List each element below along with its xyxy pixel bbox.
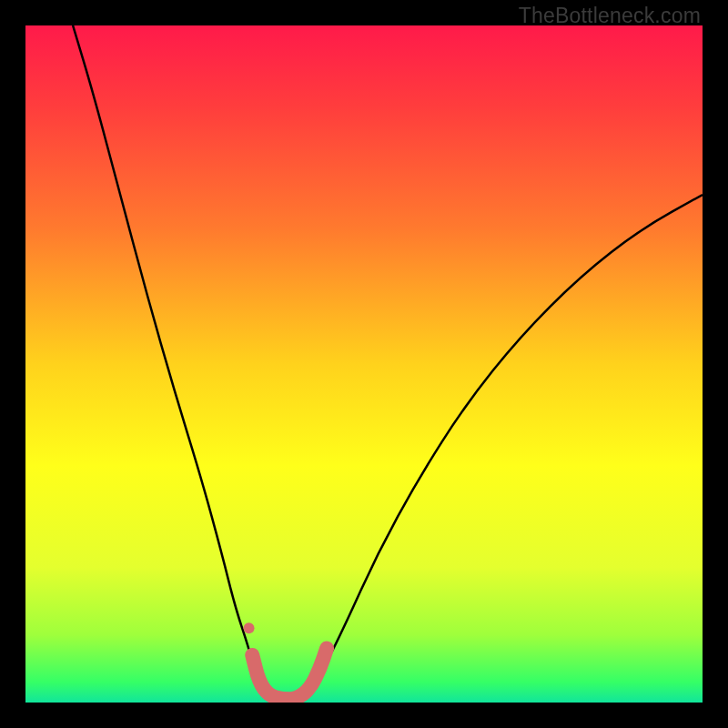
chart-svg (25, 25, 703, 703)
chart-frame: TheBottleneck.com (0, 0, 728, 728)
optimal-marker-dot (244, 622, 255, 633)
watermark-text: TheBottleneck.com (519, 4, 701, 28)
gradient-background (25, 25, 703, 703)
plot-area (25, 25, 703, 703)
